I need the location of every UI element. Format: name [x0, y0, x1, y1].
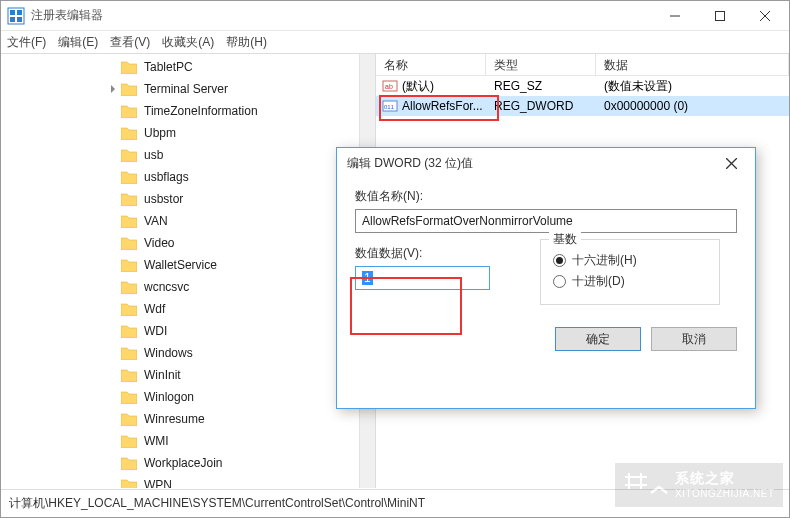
menu-help[interactable]: 帮助(H): [226, 34, 267, 51]
tree-node-label: Video: [141, 235, 177, 251]
folder-icon: [121, 456, 137, 470]
menu-file[interactable]: 文件(F): [7, 34, 46, 51]
tree-node[interactable]: Terminal Server: [1, 78, 359, 100]
folder-icon: [121, 148, 137, 162]
tree-node[interactable]: Video: [1, 232, 359, 254]
folder-icon: [121, 280, 137, 294]
radix-dec-radio[interactable]: 十进制(D): [553, 273, 707, 290]
tree-node-label: wcncsvc: [141, 279, 192, 295]
tree-node[interactable]: usbstor: [1, 188, 359, 210]
binary-value-icon: 011: [382, 98, 398, 114]
tree-node[interactable]: WalletService: [1, 254, 359, 276]
svg-rect-1: [10, 10, 15, 15]
tree-node[interactable]: WinInit: [1, 364, 359, 386]
folder-icon: [121, 192, 137, 206]
folder-icon: [121, 82, 137, 96]
svg-text:ab: ab: [385, 83, 393, 90]
chevron-right-icon: [107, 85, 119, 93]
tree-node-label: WalletService: [141, 257, 220, 273]
tree-node-label: WorkplaceJoin: [141, 455, 225, 471]
tree-node[interactable]: WDI: [1, 320, 359, 342]
value-data-input[interactable]: 1: [355, 266, 490, 290]
col-header-name[interactable]: 名称: [376, 54, 486, 75]
folder-icon: [121, 104, 137, 118]
folder-icon: [121, 434, 137, 448]
tree-node-label: usb: [141, 147, 166, 163]
tree-node[interactable]: WMI: [1, 430, 359, 452]
value-name-label: 数值名称(N):: [355, 188, 737, 205]
folder-icon: [121, 390, 137, 404]
tree-node-label: VAN: [141, 213, 171, 229]
folder-icon: [121, 302, 137, 316]
tree-node-label: Winlogon: [141, 389, 197, 405]
window-title: 注册表编辑器: [31, 7, 652, 24]
app-icon: [7, 7, 25, 25]
tree-node-label: WPN: [141, 477, 175, 488]
folder-icon: [121, 236, 137, 250]
ok-button[interactable]: 确定: [555, 327, 641, 351]
tree-node-label: TimeZoneInformation: [141, 103, 261, 119]
row-type: REG_DWORD: [486, 99, 596, 113]
folder-icon: [121, 346, 137, 360]
folder-icon: [121, 214, 137, 228]
tree-node[interactable]: WorkplaceJoin: [1, 452, 359, 474]
tree-node-label: Windows: [141, 345, 196, 361]
tree-node[interactable]: Winresume: [1, 408, 359, 430]
tree-node-label: Terminal Server: [141, 81, 231, 97]
menu-favorites[interactable]: 收藏夹(A): [162, 34, 214, 51]
watermark: 系统之家 XITONGZHIJIA.NET: [615, 463, 783, 507]
menubar: 文件(F) 编辑(E) 查看(V) 收藏夹(A) 帮助(H): [1, 31, 789, 53]
col-header-type[interactable]: 类型: [486, 54, 596, 75]
menu-edit[interactable]: 编辑(E): [58, 34, 98, 51]
minimize-button[interactable]: [652, 1, 697, 30]
status-path: 计算机\HKEY_LOCAL_MACHINE\SYSTEM\CurrentCon…: [9, 496, 425, 510]
maximize-button[interactable]: [697, 1, 742, 30]
list-row[interactable]: ab(默认)REG_SZ(数值未设置): [376, 76, 789, 96]
row-type: REG_SZ: [486, 79, 596, 93]
dialog-close-button[interactable]: [717, 152, 745, 174]
tree-node[interactable]: Wdf: [1, 298, 359, 320]
tree-node-label: WMI: [141, 433, 172, 449]
row-name: AllowRefsFor...: [402, 99, 483, 113]
svg-text:XITONGZHIJIA.NET: XITONGZHIJIA.NET: [675, 488, 775, 499]
tree-node[interactable]: TimeZoneInformation: [1, 100, 359, 122]
tree-node[interactable]: wcncsvc: [1, 276, 359, 298]
row-name: (默认): [402, 78, 434, 95]
tree-node[interactable]: usbflags: [1, 166, 359, 188]
menu-view[interactable]: 查看(V): [110, 34, 150, 51]
tree-node-label: TabletPC: [141, 59, 196, 75]
folder-icon: [121, 368, 137, 382]
tree-node-label: usbstor: [141, 191, 186, 207]
tree-node-label: Wdf: [141, 301, 168, 317]
svg-text:011: 011: [384, 104, 395, 110]
tree-node[interactable]: VAN: [1, 210, 359, 232]
tree-node[interactable]: usb: [1, 144, 359, 166]
value-name-input[interactable]: AllowRefsFormatOverNonmirrorVolume: [355, 209, 737, 233]
folder-icon: [121, 324, 137, 338]
list-header: 名称 类型 数据: [376, 54, 789, 76]
list-row[interactable]: 011AllowRefsFor...REG_DWORD0x00000000 (0…: [376, 96, 789, 116]
radix-hex-radio[interactable]: 十六进制(H): [553, 252, 707, 269]
tree-node[interactable]: WPN: [1, 474, 359, 488]
svg-rect-5: [715, 11, 724, 20]
tree-node[interactable]: Ubpm: [1, 122, 359, 144]
tree-node-label: WDI: [141, 323, 170, 339]
tree-node-label: WinInit: [141, 367, 184, 383]
tree-node[interactable]: Windows: [1, 342, 359, 364]
tree-node-label: Winresume: [141, 411, 208, 427]
folder-icon: [121, 478, 137, 488]
folder-icon: [121, 126, 137, 140]
dialog-title: 编辑 DWORD (32 位)值: [347, 155, 473, 172]
close-button[interactable]: [742, 1, 787, 30]
folder-icon: [121, 60, 137, 74]
svg-rect-4: [17, 17, 22, 22]
string-value-icon: ab: [382, 78, 398, 94]
col-header-data[interactable]: 数据: [596, 54, 789, 75]
tree-node-label: Ubpm: [141, 125, 179, 141]
tree-node-label: usbflags: [141, 169, 192, 185]
folder-icon: [121, 412, 137, 426]
tree-node[interactable]: TabletPC: [1, 56, 359, 78]
radix-group-label: 基数: [549, 231, 581, 248]
cancel-button[interactable]: 取消: [651, 327, 737, 351]
tree-node[interactable]: Winlogon: [1, 386, 359, 408]
